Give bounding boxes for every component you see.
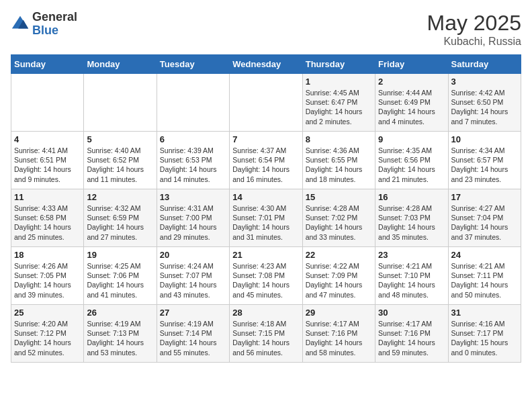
calendar-cell: 27Sunrise: 4:19 AM Sunset: 7:14 PM Dayli… (157, 305, 229, 363)
day-number: 10 (451, 134, 518, 144)
day-content: Sunrise: 4:27 AM Sunset: 7:04 PM Dayligh… (451, 203, 518, 242)
day-number: 28 (232, 308, 299, 318)
calendar-cell: 19Sunrise: 4:25 AM Sunset: 7:06 PM Dayli… (84, 247, 157, 305)
calendar-cell (84, 74, 157, 132)
day-content: Sunrise: 4:17 AM Sunset: 7:16 PM Dayligh… (306, 319, 372, 357)
day-content: Sunrise: 4:32 AM Sunset: 6:59 PM Dayligh… (87, 203, 153, 242)
col-header-friday: Friday (375, 55, 448, 74)
calendar-cell (11, 74, 84, 132)
day-number: 30 (378, 308, 445, 318)
day-content: Sunrise: 4:33 AM Sunset: 6:58 PM Dayligh… (14, 203, 81, 242)
calendar-cell: 3Sunrise: 4:42 AM Sunset: 6:50 PM Daylig… (448, 74, 521, 132)
day-number: 16 (378, 192, 445, 202)
day-number: 17 (451, 192, 518, 202)
logo-icon (11, 15, 30, 34)
calendar-cell: 7Sunrise: 4:37 AM Sunset: 6:54 PM Daylig… (230, 132, 302, 189)
col-header-saturday: Saturday (448, 55, 521, 74)
day-content: Sunrise: 4:22 AM Sunset: 7:09 PM Dayligh… (306, 261, 372, 300)
col-header-thursday: Thursday (302, 55, 375, 74)
calendar-cell: 2Sunrise: 4:44 AM Sunset: 6:49 PM Daylig… (375, 74, 448, 132)
day-number: 26 (87, 308, 153, 318)
calendar-cell: 21Sunrise: 4:23 AM Sunset: 7:08 PM Dayli… (230, 247, 302, 305)
day-number: 25 (14, 308, 81, 318)
col-header-sunday: Sunday (11, 55, 84, 74)
calendar-cell: 9Sunrise: 4:35 AM Sunset: 6:56 PM Daylig… (375, 132, 448, 189)
location: Kubachi, Russia (427, 36, 521, 48)
day-number: 4 (14, 134, 81, 144)
calendar-cell: 22Sunrise: 4:22 AM Sunset: 7:09 PM Dayli… (302, 247, 375, 305)
col-header-monday: Monday (84, 55, 157, 74)
calendar-cell: 25Sunrise: 4:20 AM Sunset: 7:12 PM Dayli… (11, 305, 84, 363)
day-number: 20 (160, 250, 226, 260)
day-content: Sunrise: 4:21 AM Sunset: 7:11 PM Dayligh… (451, 261, 518, 300)
calendar-cell: 13Sunrise: 4:31 AM Sunset: 7:00 PM Dayli… (157, 189, 229, 247)
day-number: 5 (87, 134, 153, 144)
calendar-cell: 1Sunrise: 4:45 AM Sunset: 6:47 PM Daylig… (302, 74, 375, 132)
day-number: 12 (87, 192, 153, 202)
calendar-cell: 11Sunrise: 4:33 AM Sunset: 6:58 PM Dayli… (11, 189, 84, 247)
day-number: 13 (160, 192, 226, 202)
day-content: Sunrise: 4:17 AM Sunset: 7:16 PM Dayligh… (378, 319, 445, 357)
day-content: Sunrise: 4:35 AM Sunset: 6:56 PM Dayligh… (378, 146, 445, 184)
calendar-cell: 17Sunrise: 4:27 AM Sunset: 7:04 PM Dayli… (448, 189, 521, 247)
calendar-cell: 18Sunrise: 4:26 AM Sunset: 7:05 PM Dayli… (11, 247, 84, 305)
col-header-wednesday: Wednesday (230, 55, 302, 74)
day-content: Sunrise: 4:19 AM Sunset: 7:13 PM Dayligh… (87, 319, 153, 357)
day-number: 8 (306, 134, 372, 144)
title-block: May 2025 Kubachi, Russia (427, 11, 521, 48)
day-number: 22 (306, 250, 372, 260)
day-number: 14 (232, 192, 299, 202)
calendar-cell: 31Sunrise: 4:16 AM Sunset: 7:17 PM Dayli… (448, 305, 521, 363)
day-number: 9 (378, 134, 445, 144)
day-number: 31 (451, 308, 518, 318)
logo-blue: Blue (32, 24, 77, 38)
day-content: Sunrise: 4:19 AM Sunset: 7:14 PM Dayligh… (160, 319, 226, 357)
day-content: Sunrise: 4:28 AM Sunset: 7:03 PM Dayligh… (378, 203, 445, 242)
calendar-cell: 4Sunrise: 4:41 AM Sunset: 6:51 PM Daylig… (11, 132, 84, 189)
day-content: Sunrise: 4:36 AM Sunset: 6:55 PM Dayligh… (306, 146, 372, 184)
day-number: 18 (14, 250, 81, 260)
calendar-cell: 10Sunrise: 4:34 AM Sunset: 6:57 PM Dayli… (448, 132, 521, 189)
day-number: 1 (306, 77, 372, 87)
calendar-cell: 23Sunrise: 4:21 AM Sunset: 7:10 PM Dayli… (375, 247, 448, 305)
logo-text: General Blue (32, 11, 77, 38)
calendar-cell: 16Sunrise: 4:28 AM Sunset: 7:03 PM Dayli… (375, 189, 448, 247)
day-number: 27 (160, 308, 226, 318)
logo-general: General (32, 11, 77, 24)
calendar-cell: 30Sunrise: 4:17 AM Sunset: 7:16 PM Dayli… (375, 305, 448, 363)
day-number: 3 (451, 77, 518, 87)
day-content: Sunrise: 4:30 AM Sunset: 7:01 PM Dayligh… (232, 203, 299, 242)
day-content: Sunrise: 4:23 AM Sunset: 7:08 PM Dayligh… (232, 261, 299, 300)
day-content: Sunrise: 4:44 AM Sunset: 6:49 PM Dayligh… (378, 88, 445, 126)
day-number: 11 (14, 192, 81, 202)
day-content: Sunrise: 4:24 AM Sunset: 7:07 PM Dayligh… (160, 261, 226, 300)
calendar-cell (230, 74, 302, 132)
day-content: Sunrise: 4:34 AM Sunset: 6:57 PM Dayligh… (451, 146, 518, 184)
calendar-cell: 14Sunrise: 4:30 AM Sunset: 7:01 PM Dayli… (230, 189, 302, 247)
week-row-5: 25Sunrise: 4:20 AM Sunset: 7:12 PM Dayli… (11, 305, 521, 363)
day-content: Sunrise: 4:40 AM Sunset: 6:52 PM Dayligh… (87, 146, 153, 184)
calendar-cell: 20Sunrise: 4:24 AM Sunset: 7:07 PM Dayli… (157, 247, 229, 305)
calendar-cell: 29Sunrise: 4:17 AM Sunset: 7:16 PM Dayli… (302, 305, 375, 363)
day-content: Sunrise: 4:31 AM Sunset: 7:00 PM Dayligh… (160, 203, 226, 242)
day-number: 23 (378, 250, 445, 260)
calendar-cell: 12Sunrise: 4:32 AM Sunset: 6:59 PM Dayli… (84, 189, 157, 247)
calendar-cell: 5Sunrise: 4:40 AM Sunset: 6:52 PM Daylig… (84, 132, 157, 189)
day-content: Sunrise: 4:20 AM Sunset: 7:12 PM Dayligh… (14, 319, 81, 357)
calendar-table: SundayMondayTuesdayWednesdayThursdayFrid… (11, 54, 521, 363)
day-number: 7 (232, 134, 299, 144)
month-year: May 2025 (427, 11, 521, 36)
day-content: Sunrise: 4:42 AM Sunset: 6:50 PM Dayligh… (451, 88, 518, 126)
day-number: 19 (87, 250, 153, 260)
logo: General Blue (11, 11, 77, 38)
calendar-cell: 15Sunrise: 4:28 AM Sunset: 7:02 PM Dayli… (302, 189, 375, 247)
day-number: 29 (306, 308, 372, 318)
calendar-cell: 24Sunrise: 4:21 AM Sunset: 7:11 PM Dayli… (448, 247, 521, 305)
week-row-2: 4Sunrise: 4:41 AM Sunset: 6:51 PM Daylig… (11, 132, 521, 189)
calendar-cell (157, 74, 229, 132)
day-content: Sunrise: 4:28 AM Sunset: 7:02 PM Dayligh… (306, 203, 372, 242)
day-content: Sunrise: 4:39 AM Sunset: 6:53 PM Dayligh… (160, 146, 226, 184)
day-number: 2 (378, 77, 445, 87)
header-row: SundayMondayTuesdayWednesdayThursdayFrid… (11, 55, 521, 74)
day-content: Sunrise: 4:37 AM Sunset: 6:54 PM Dayligh… (232, 146, 299, 184)
